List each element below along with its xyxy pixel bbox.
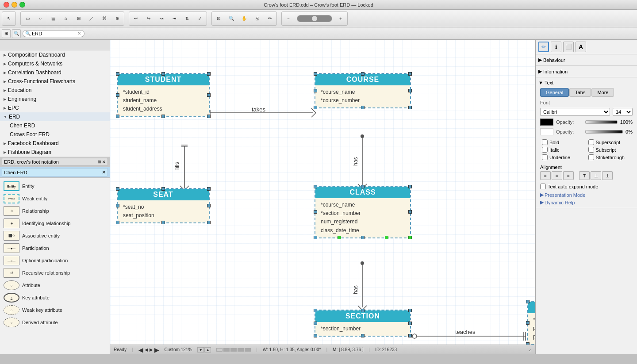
handle-bottom[interactable] [361, 334, 365, 337]
handle-top[interactable] [361, 72, 365, 76]
handle-tl[interactable] [116, 72, 119, 76]
sidebar-item-facebook[interactable]: ▶ Facebook Dashboard [0, 139, 110, 148]
arrow-tool[interactable]: ↠ [168, 12, 180, 25]
entity-student[interactable]: STUDENT *student_id student_name student… [117, 73, 210, 117]
tab-close-icon[interactable]: ✕ [102, 169, 106, 175]
strikethrough-checkbox[interactable] [588, 154, 594, 160]
handle-right[interactable] [207, 204, 211, 207]
zoom-step-down[interactable]: ▼ [197, 347, 204, 353]
align-right-button[interactable]: ≡ [563, 171, 574, 180]
window-buttons[interactable] [4, 2, 25, 8]
handle-bl[interactable] [314, 106, 317, 109]
align-tool[interactable]: ⇅ [181, 12, 193, 25]
add-tool[interactable]: ⊕ [111, 12, 123, 25]
handle-tr[interactable] [408, 309, 412, 312]
handle-br[interactable] [207, 115, 211, 118]
tab-grid-icon[interactable]: ⊞ [98, 160, 101, 164]
zoom-out-button[interactable]: － [282, 12, 295, 25]
handle-left[interactable] [526, 321, 530, 325]
zoom-step-up[interactable]: ▲ [204, 347, 211, 353]
sidebar-item-epc[interactable]: ▶ EPC [0, 103, 110, 112]
palette-optional-participation[interactable]: —○— Optional participation [2, 254, 108, 267]
rp-monitor-icon[interactable]: ⬜ [563, 42, 574, 52]
zoom-fit-tool[interactable]: ⊡ [212, 12, 225, 25]
handle-tl[interactable] [314, 72, 317, 76]
zoom-in-button[interactable]: ＋ [334, 12, 347, 25]
bold-checkbox[interactable] [542, 139, 548, 145]
rp-text-icon[interactable]: A [576, 42, 586, 52]
sidebar-item-crows-foot-erd[interactable]: Crows Foot ERD [0, 130, 110, 139]
undo-tool[interactable]: ↩ [130, 12, 142, 25]
color-swatch-2[interactable] [540, 128, 553, 135]
line-tool[interactable]: ／ [85, 12, 98, 25]
tab-chen-erd[interactable]: Chen ERD ✕ [2, 168, 108, 176]
tab-close-icon[interactable]: ✕ [102, 160, 106, 164]
tab-more[interactable]: More [591, 88, 614, 97]
page-thumb-2[interactable] [223, 348, 230, 352]
palette-derived-attribute[interactable]: ○ Derived attribute [2, 316, 108, 329]
table-tool[interactable]: ▤ [47, 12, 59, 25]
palette-recursive-relationship[interactable]: ↺ Recursive relationship [2, 267, 108, 279]
rp-behaviour-header[interactable]: ▶ Behaviour [538, 56, 634, 64]
handle-top[interactable] [161, 187, 165, 191]
handle-tr[interactable] [207, 187, 211, 191]
entity-professor[interactable]: PROFESSOR *professor_id professor_name p… [527, 301, 535, 345]
handle-bm[interactable] [338, 236, 341, 239]
handle-bl[interactable] [116, 221, 119, 224]
handle-tr[interactable] [408, 185, 412, 188]
page-prev2-button[interactable]: ◀ [145, 347, 148, 352]
sidebar-item-erd[interactable]: ▼ ERD [0, 112, 110, 121]
entity-class[interactable]: CLASS *course_name *section_number num_r… [315, 186, 411, 238]
entity-seat[interactable]: SEAT *seat_no seat_position [117, 188, 210, 223]
grid-tool[interactable]: ⊞ [73, 12, 85, 25]
search-clear-icon[interactable]: ✕ [77, 31, 81, 36]
handle-top[interactable] [361, 185, 365, 188]
handle-right[interactable] [207, 93, 211, 97]
align-bottom-button[interactable]: ⊥ [602, 171, 613, 180]
rp-text-header[interactable]: ▼ Text [538, 79, 634, 86]
page-next-button[interactable]: ▶ [150, 347, 153, 352]
page-thumb-5[interactable] [245, 348, 251, 352]
handle-bl[interactable] [526, 342, 530, 345]
connector-tool[interactable]: ⌘ [98, 12, 111, 25]
handle-tl[interactable] [116, 187, 119, 191]
pan-tool[interactable]: ✋ [238, 12, 250, 25]
grid-view-icon[interactable]: ⊞ [2, 29, 11, 38]
tab-tabs[interactable]: Tabs [569, 88, 591, 97]
handle-tr[interactable] [408, 72, 412, 76]
redo-tool[interactable]: ↪ [142, 12, 155, 25]
page-thumb-1[interactable] [216, 348, 223, 352]
align-top-button[interactable]: ⊤ [579, 171, 590, 180]
palette-entity[interactable]: Entity Entity [2, 180, 108, 192]
rp-information-header[interactable]: ▶ Information [538, 68, 634, 75]
handle-right[interactable] [408, 210, 412, 214]
distribute-tool[interactable]: ⤢ [194, 12, 206, 25]
handle-tr[interactable] [207, 72, 211, 76]
select-tool[interactable]: ↖ [3, 12, 15, 25]
maximize-button[interactable] [19, 2, 25, 8]
page-thumb-3[interactable] [230, 348, 237, 352]
palette-attribute[interactable]: ○ Attribute [2, 279, 108, 291]
sidebar-item-education[interactable]: ▶ Education [0, 86, 110, 95]
handle-top[interactable] [161, 72, 165, 76]
font-family-select[interactable]: Calibri Arial Helvetica [540, 108, 610, 116]
palette-participation[interactable]: —●— Participation [2, 242, 108, 254]
align-left-button[interactable]: ≡ [540, 171, 551, 180]
opacity-slider-1[interactable] [585, 120, 618, 124]
dynamic-help-link[interactable]: ▶ Dynamic Help [538, 199, 634, 206]
underline-checkbox[interactable] [542, 154, 548, 160]
sidebar-item-engineering[interactable]: ▶ Engineering [0, 95, 110, 103]
print-tool[interactable]: 🖨 [251, 12, 263, 25]
search-icon[interactable]: 🔍 [12, 29, 21, 38]
rectangle-tool[interactable]: ▭ [21, 12, 34, 25]
handle-tl[interactable] [314, 309, 317, 312]
handle-top[interactable] [361, 309, 365, 312]
handle-right[interactable] [408, 89, 412, 92]
page-next2-button[interactable]: ▶ [154, 346, 159, 353]
handle-left[interactable] [116, 93, 119, 97]
superscript-checkbox[interactable] [588, 139, 594, 145]
resize-handle[interactable]: ⊿ [528, 347, 532, 352]
handle-right[interactable] [408, 322, 412, 325]
minimize-button[interactable] [12, 2, 17, 8]
handle-left[interactable] [314, 322, 317, 325]
